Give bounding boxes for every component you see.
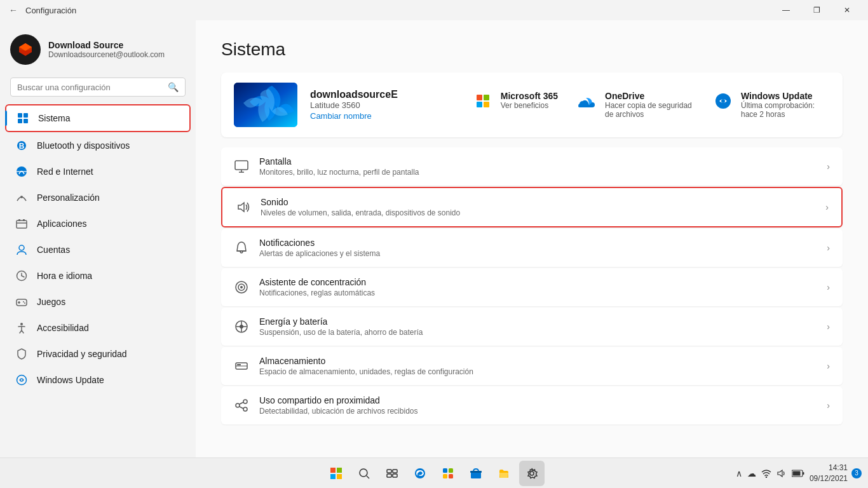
main-content: Sistema: [196, 20, 868, 458]
svg-rect-49: [330, 474, 336, 479]
taskbar-center: [323, 461, 545, 486]
battery-icon[interactable]: [790, 468, 806, 478]
sonido-desc: Niveles de volumen, salida, entrada, dis…: [261, 208, 815, 217]
usocompartido-icon: [234, 398, 249, 413]
taskbar-files[interactable]: [491, 461, 517, 486]
svg-point-36: [240, 286, 243, 288]
usocompartido-title: Uso compartido en proximidad: [259, 395, 817, 405]
titlebar-title: Configuración: [25, 6, 76, 15]
energia-desc: Suspensión, uso de la batería, ahorro de…: [259, 328, 817, 337]
user-email: Downloadsourcenet@outlook.com: [48, 50, 165, 59]
settings-item-notificaciones[interactable]: Notificaciones Alertas de aplicaciones y…: [221, 229, 843, 267]
sidebar-item-sistema[interactable]: Sistema: [5, 104, 191, 132]
sidebar-item-red[interactable]: Red e Internet: [5, 159, 191, 184]
juegos-icon: [15, 295, 28, 308]
svg-text:B: B: [19, 142, 25, 151]
svg-rect-48: [337, 468, 342, 473]
settings-item-energia[interactable]: Energía y batería Suspensión, uso de la …: [221, 308, 843, 346]
rename-link[interactable]: Cambiar nombre: [310, 111, 372, 121]
sidebar-item-juegos[interactable]: Juegos: [5, 289, 191, 315]
svg-rect-56: [393, 474, 397, 477]
close-button[interactable]: ✕: [832, 0, 862, 20]
pantalla-title: Pantalla: [259, 156, 817, 166]
pantalla-text: Pantalla Monitores, brillo, luz nocturna…: [259, 156, 817, 177]
time-display: 14:31: [810, 463, 848, 473]
maximize-button[interactable]: ❐: [802, 0, 831, 20]
widget-ms365[interactable]: Microsoft 365 Ver beneficios: [473, 91, 558, 119]
usocompartido-text: Uso compartido en proximidad Detectabili…: [259, 395, 817, 416]
start-button[interactable]: [323, 461, 349, 486]
sidebar-item-label-hora: Hora e idioma: [37, 271, 92, 281]
nav-list: Sistema B Bluetooth y dispositivos: [0, 104, 196, 393]
usocompartido-desc: Detectabilidad, ubicación de archivos re…: [259, 407, 817, 416]
svg-point-29: [721, 99, 725, 103]
almacenamiento-text: Almacenamiento Espacio de almacenamiento…: [259, 356, 817, 376]
svg-point-51: [360, 469, 367, 477]
notificaciones-icon: [234, 240, 249, 255]
sidebar-item-aplicaciones[interactable]: Aplicaciones: [5, 211, 191, 236]
sidebar-item-label-aplicaciones: Aplicaciones: [37, 219, 87, 229]
sidebar-item-personalizacion[interactable]: Personalización: [5, 185, 191, 210]
svg-point-25: [20, 323, 23, 325]
volume-icon[interactable]: [775, 468, 788, 479]
taskbar-taskview[interactable]: [379, 461, 405, 486]
notificaciones-text: Notificaciones Alertas de aplicaciones y…: [259, 238, 817, 258]
svg-rect-41: [237, 364, 241, 365]
settings-item-pantalla[interactable]: Pantalla Monitores, brillo, luz nocturna…: [221, 147, 843, 186]
svg-point-42: [236, 403, 240, 407]
notificaciones-title: Notificaciones: [259, 238, 817, 248]
sidebar-item-windowsupdate[interactable]: Windows Update: [5, 367, 191, 393]
notificaciones-desc: Alertas de aplicaciones y el sistema: [259, 249, 817, 258]
sidebar-item-hora[interactable]: Hora e idioma: [5, 263, 191, 288]
aplicaciones-icon: [15, 217, 28, 230]
page-title: Sistema: [221, 39, 843, 60]
minimize-button[interactable]: —: [771, 0, 801, 20]
taskbar-store[interactable]: [463, 461, 489, 486]
sidebar-item-accesibilidad[interactable]: Accesibilidad: [5, 315, 191, 341]
widget-onedrive[interactable]: OneDrive Hacer copia de seguridad de arc…: [577, 91, 694, 119]
svg-point-12: [20, 196, 23, 198]
settings-item-almacenamiento[interactable]: Almacenamiento Espacio de almacenamiento…: [221, 347, 843, 385]
sidebar-item-privacidad[interactable]: Privacidad y seguridad: [5, 341, 191, 367]
update-title: Windows Update: [741, 91, 830, 101]
taskbar-edge[interactable]: [407, 461, 433, 486]
svg-point-38: [240, 325, 243, 329]
svg-point-26: [17, 376, 27, 385]
energia-chevron: ›: [827, 322, 830, 332]
search-box[interactable]: 🔍: [10, 78, 186, 97]
back-button[interactable]: ←: [6, 3, 20, 18]
wifi-icon[interactable]: [760, 468, 773, 479]
taskbar-widgets[interactable]: [435, 461, 461, 486]
device-thumbnail: [234, 83, 297, 127]
device-model: Latitude 3560: [310, 100, 447, 110]
usocompartido-chevron: ›: [827, 400, 830, 410]
settings-list: Pantalla Monitores, brillo, luz nocturna…: [221, 147, 843, 424]
settings-item-asistente[interactable]: Asistente de concentración Notificacione…: [221, 268, 843, 306]
svg-rect-55: [387, 474, 391, 477]
sidebar-item-label-juegos: Juegos: [37, 297, 65, 307]
update-sub: Última comprobación: hace 2 horas: [741, 101, 830, 119]
chevron-up-icon[interactable]: ∧: [735, 467, 743, 480]
pantalla-chevron: ›: [827, 161, 830, 172]
sidebar-item-bluetooth[interactable]: B Bluetooth y dispositivos: [5, 133, 191, 158]
settings-item-sonido[interactable]: Sonido Niveles de volumen, salida, entra…: [221, 187, 843, 227]
sonido-icon: [235, 200, 250, 215]
search-input[interactable]: [17, 83, 163, 92]
taskbar-search[interactable]: [351, 461, 377, 486]
sidebar: Download Source Downloadsourcenet@outloo…: [0, 20, 196, 458]
taskbar-settings[interactable]: [519, 461, 545, 486]
app-container: Download Source Downloadsourcenet@outloo…: [0, 20, 868, 458]
svg-point-64: [530, 471, 534, 475]
widget-windowsupdate[interactable]: Windows Update Última comprobación: hace…: [713, 91, 830, 119]
almacenamiento-title: Almacenamiento: [259, 356, 817, 366]
notification-badge[interactable]: 3: [851, 468, 862, 478]
svg-point-16: [19, 245, 24, 250]
sidebar-item-cuentas[interactable]: Cuentas: [5, 237, 191, 262]
taskbar-time[interactable]: 14:31 09/12/2021: [810, 463, 848, 484]
sonido-text: Sonido Niveles de volumen, salida, entra…: [261, 197, 815, 217]
svg-rect-47: [330, 468, 336, 473]
avatar: [10, 34, 41, 65]
device-info: downloadsourceE Latitude 3560 Cambiar no…: [310, 89, 447, 121]
settings-item-usocompartido[interactable]: Uso compartido en proximidad Detectabili…: [221, 386, 843, 424]
cloud-icon[interactable]: ☁: [746, 467, 757, 480]
